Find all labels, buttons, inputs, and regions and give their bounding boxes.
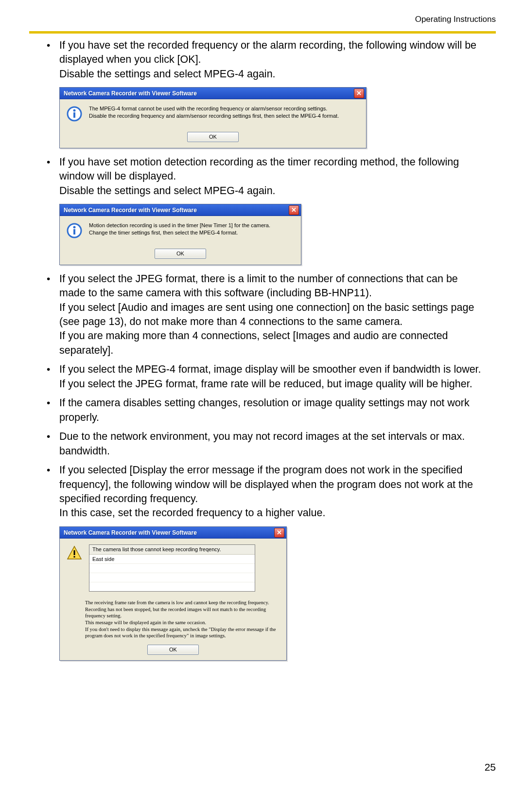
dialog-title: Network Camera Recorder with Viewer Soft… bbox=[64, 529, 274, 537]
svg-rect-1 bbox=[73, 112, 75, 118]
ok-button[interactable]: OK bbox=[187, 132, 239, 142]
dialog-title: Network Camera Recorder with Viewer Soft… bbox=[64, 206, 289, 214]
warning-icon bbox=[67, 545, 82, 561]
header-rule bbox=[29, 31, 496, 34]
body-text: If you select [Audio and images are sent… bbox=[59, 301, 483, 329]
body-text: If you select the JPEG format, frame rat… bbox=[59, 377, 483, 391]
body-text: If you have set motion detection recordi… bbox=[59, 155, 483, 184]
dialog-title: Network Camera Recorder with Viewer Soft… bbox=[64, 90, 354, 97]
svg-rect-4 bbox=[73, 229, 75, 235]
dialog-note: If you don't need to display this messag… bbox=[85, 626, 280, 639]
close-icon[interactable]: ✕ bbox=[289, 205, 299, 215]
bullet-item: If you have set the recorded frequency o… bbox=[42, 38, 483, 148]
dialog-message: Motion detection recording is used in th… bbox=[89, 222, 270, 229]
body-text: Disable the settings and select MPEG-4 a… bbox=[59, 67, 483, 81]
page-number: 25 bbox=[485, 761, 496, 773]
bullet-item: If you have set motion detection recordi… bbox=[42, 155, 483, 265]
dialog-note: This message will be displayed again in … bbox=[85, 619, 280, 626]
svg-rect-8 bbox=[74, 556, 75, 558]
dialog-titlebar: Network Camera Recorder with Viewer Soft… bbox=[60, 88, 366, 99]
svg-point-2 bbox=[73, 109, 76, 112]
dialog-mpeg4-freq: Network Camera Recorder with Viewer Soft… bbox=[59, 87, 367, 148]
close-icon[interactable]: ✕ bbox=[274, 528, 284, 538]
body-text: If you are making more than 4 connection… bbox=[59, 329, 483, 358]
list-item bbox=[89, 564, 255, 573]
body-text: If you selected [Display the error messa… bbox=[59, 463, 483, 506]
body-text: If you select the JPEG format, there is … bbox=[59, 272, 483, 301]
list-header: The camera list those cannot keep record… bbox=[89, 545, 255, 555]
ok-button[interactable]: OK bbox=[155, 249, 206, 259]
close-icon[interactable]: ✕ bbox=[354, 89, 364, 98]
bullet-item: If you select the MPEG-4 format, image d… bbox=[42, 362, 483, 391]
bullet-item: If you select the JPEG format, there is … bbox=[42, 272, 483, 358]
dialog-titlebar: Network Camera Recorder with Viewer Soft… bbox=[60, 204, 301, 216]
dialog-note: The receiving frame rate from the camera… bbox=[85, 599, 280, 606]
list-item[interactable]: East side bbox=[89, 555, 255, 564]
page-content: If you have set the recorded frequency o… bbox=[29, 36, 496, 661]
list-item bbox=[89, 573, 255, 582]
dialog-message: Disable the recording frequency and alar… bbox=[89, 112, 339, 120]
dialog-error-list: Network Camera Recorder with Viewer Soft… bbox=[59, 526, 287, 661]
svg-rect-7 bbox=[74, 550, 75, 555]
dialog-message: The MPEG-4 format cannot be used with th… bbox=[89, 105, 339, 112]
dialog-note: Recording has not been stopped, but the … bbox=[85, 606, 280, 619]
camera-listbox[interactable]: The camera list those cannot keep record… bbox=[89, 544, 255, 592]
body-text: If the camera disables setting changes, … bbox=[59, 396, 483, 425]
body-text: If you have set the recorded frequency o… bbox=[59, 38, 483, 67]
list-item bbox=[89, 582, 255, 591]
info-icon bbox=[67, 223, 82, 238]
info-icon bbox=[67, 106, 82, 122]
svg-point-5 bbox=[73, 226, 76, 229]
body-text: Due to the network environment, you may … bbox=[59, 430, 483, 458]
dialog-titlebar: Network Camera Recorder with Viewer Soft… bbox=[60, 527, 286, 539]
bullet-item: If the camera disables setting changes, … bbox=[42, 396, 483, 425]
dialog-motion-detection: Network Camera Recorder with Viewer Soft… bbox=[59, 204, 301, 265]
body-text: If you select the MPEG-4 format, image d… bbox=[59, 362, 483, 377]
dialog-message: Change the timer settings first, then se… bbox=[89, 229, 270, 236]
bullet-item: Due to the network environment, you may … bbox=[42, 430, 483, 458]
running-header: Operating Instructions bbox=[29, 15, 496, 24]
body-text: In this case, set the recorded frequency… bbox=[59, 506, 483, 520]
body-text: Disable the settings and select MPEG-4 a… bbox=[59, 184, 483, 198]
ok-button[interactable]: OK bbox=[147, 645, 199, 655]
bullet-item: If you selected [Display the error messa… bbox=[42, 463, 483, 661]
